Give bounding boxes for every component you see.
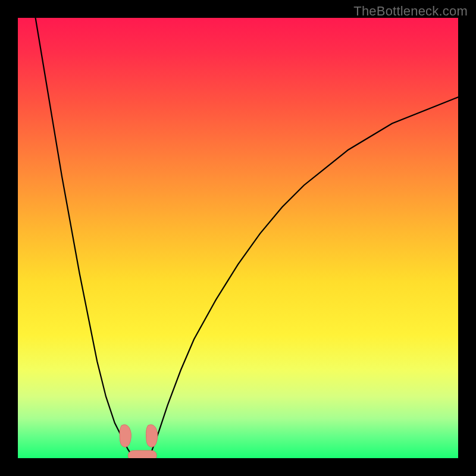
right-curve — [150, 97, 458, 456]
outer-black-frame: TheBottleneck.com — [0, 0, 476, 476]
left-curve — [36, 18, 133, 456]
left_blob_at_notch — [120, 425, 131, 447]
curve-layer — [18, 18, 458, 458]
gradient-plot-area — [18, 18, 458, 458]
right_blob_at_notch — [146, 425, 158, 447]
datapoint-blobs — [120, 425, 158, 458]
watermark-text: TheBottleneck.com — [353, 4, 468, 19]
bottom_blob — [128, 450, 156, 458]
